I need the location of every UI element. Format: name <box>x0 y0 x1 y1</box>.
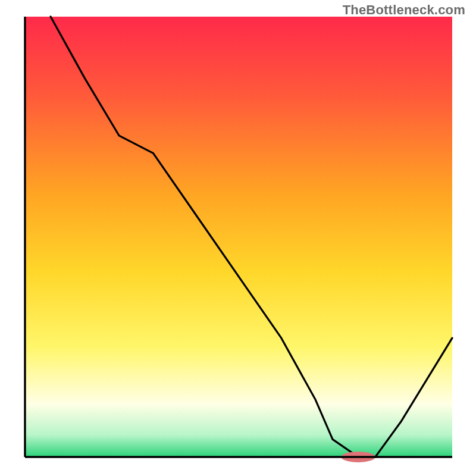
chart-svg <box>0 0 476 476</box>
plot-background <box>25 17 452 457</box>
chart-canvas: TheBottleneck.com <box>0 0 476 476</box>
